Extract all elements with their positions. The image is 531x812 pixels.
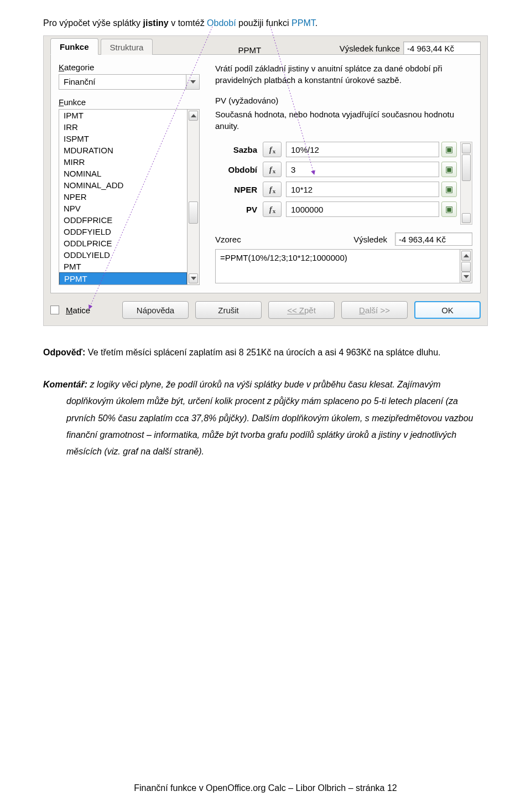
list-item[interactable]: ISPMT (59, 133, 187, 144)
list-item[interactable]: NPER (59, 191, 187, 203)
required-arg-desc: Současná hodnota, nebo hodnota vyjadřují… (215, 108, 472, 132)
scrollbar[interactable] (188, 109, 200, 285)
intro-blue-ppmt: PPMT (291, 18, 315, 28)
category-combo[interactable]: Finanční (59, 74, 200, 90)
scroll-down-icon[interactable] (461, 272, 471, 282)
fn-result-value-box: -4 963,44 Kč (403, 42, 481, 55)
result-box: -4 963,44 Kč (395, 232, 472, 246)
arg-label-obdobi: Období (215, 165, 263, 174)
matrix-label: Matice (66, 306, 90, 315)
required-arg-label: PV (vyžadováno) (215, 96, 472, 105)
arg-input-obdobi[interactable]: 3 (286, 162, 439, 177)
function-wizard: Funkce Struktura PPMT Výsledek funkce -4… (43, 35, 488, 326)
answer-paragraph: Odpověď: Ve třetím měsíci splácení zapla… (43, 346, 488, 360)
list-item-selected[interactable]: PPMT (59, 272, 187, 285)
shrink-icon[interactable]: ▣ (441, 162, 457, 177)
list-item[interactable]: NOMINAL_ADD (59, 179, 187, 191)
list-item[interactable]: NPV (59, 203, 187, 214)
scrollbar[interactable] (460, 142, 472, 225)
fx-icon[interactable]: fx (263, 201, 282, 217)
next-button[interactable]: Další >> (341, 301, 408, 319)
tab-struktura[interactable]: Struktura (101, 39, 153, 55)
intro-bold-jistiny: jistiny (143, 18, 169, 28)
answer-lead: Odpověď: (43, 348, 85, 357)
list-item[interactable]: ODDFPRICE (59, 214, 187, 226)
shrink-icon[interactable]: ▣ (441, 182, 457, 197)
scroll-up-icon[interactable] (462, 143, 471, 153)
fn-title: PPMT (238, 45, 261, 55)
list-item[interactable]: NOMINAL (59, 168, 187, 179)
arg-label-sazba: Sazba (215, 145, 263, 154)
formula-label: Vzorec (215, 235, 241, 244)
fx-icon[interactable]: fx (263, 182, 282, 197)
list-item[interactable]: IRR (59, 121, 187, 133)
comment-body-2: doplňkovým úkolem může být, určení kolik… (43, 393, 488, 461)
chevron-down-icon[interactable] (186, 75, 199, 89)
category-combo-value: Finanční (59, 75, 186, 89)
scrollbar[interactable] (460, 249, 472, 283)
back-button[interactable]: << Zpět (268, 301, 335, 319)
comment-lead: Komentář: (43, 380, 87, 389)
page-footer: Finanční funkce v OpenOffice.org Calc – … (0, 783, 531, 793)
help-button[interactable]: Nápověda (122, 301, 189, 319)
scroll-thumb[interactable] (462, 154, 471, 181)
scroll-up-icon[interactable] (461, 251, 471, 261)
list-item[interactable]: ODDLPRICE (59, 237, 187, 249)
intro-line: Pro výpočet výše splátky jistiny v tomté… (43, 17, 488, 30)
function-listbox[interactable]: IPMT IRR ISPMT MDURATION MIRR NOMINAL NO… (59, 109, 188, 285)
arg-input-sazba[interactable]: 10%/12 (286, 142, 439, 157)
list-item[interactable]: MDURATION (59, 144, 187, 156)
list-item[interactable]: PMT (59, 261, 187, 272)
list-item[interactable]: ODDFYIELD (59, 226, 187, 237)
arg-input-nper[interactable]: 10*12 (286, 182, 439, 197)
intro-blue-obdobi: Období (207, 18, 236, 28)
list-item[interactable]: MIRR (59, 156, 187, 168)
ok-button[interactable]: OK (414, 301, 481, 319)
scroll-down-icon[interactable] (462, 213, 471, 223)
scroll-up-icon[interactable] (189, 111, 198, 121)
arg-label-nper: NPER (215, 185, 263, 194)
arg-input-pv[interactable]: 1000000 (286, 201, 439, 217)
fx-icon[interactable]: fx (263, 142, 282, 157)
function-label: Funkce (59, 97, 200, 107)
comment-block: Komentář: z logiky věci plyne, že podíl … (43, 376, 488, 461)
result-label: Výsledek (353, 235, 387, 244)
fx-icon[interactable]: fx (263, 162, 282, 177)
list-item[interactable]: IPMT (59, 110, 187, 121)
fn-result-label: Výsledek funkce (340, 44, 400, 53)
scroll-thumb[interactable] (461, 262, 471, 272)
comment-body-1: z logiky věci plyne, že podíl úroků na v… (87, 380, 441, 389)
shrink-icon[interactable]: ▣ (441, 201, 457, 217)
shrink-icon[interactable]: ▣ (441, 142, 457, 157)
formula-input[interactable]: =PPMT(10%/12;3;10*12;1000000) (215, 249, 460, 283)
function-description: Vrátí podíl základní jistiny v anuitní s… (215, 63, 472, 86)
matrix-checkbox[interactable] (50, 306, 59, 314)
arg-label-pv: PV (215, 205, 263, 214)
scroll-thumb[interactable] (189, 201, 198, 224)
answer-body: Ve třetím měsíci splácení zaplatím asi 8… (85, 348, 440, 357)
list-item[interactable]: ODDLYIELD (59, 249, 187, 261)
category-label: Kategorie (59, 63, 200, 72)
scroll-down-icon[interactable] (189, 273, 198, 283)
cancel-button[interactable]: Zrušit (195, 301, 262, 319)
tab-funkce[interactable]: Funkce (50, 38, 98, 55)
